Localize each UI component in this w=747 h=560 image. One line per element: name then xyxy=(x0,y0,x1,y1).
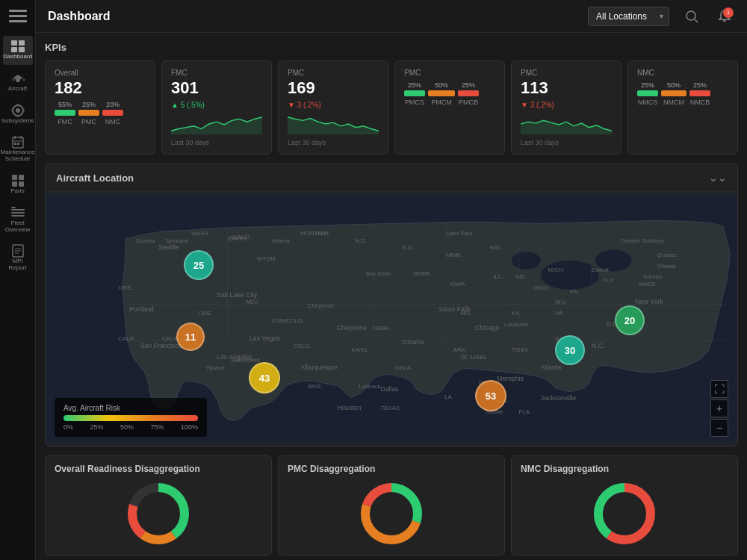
sidebar-item-parts[interactable]: Parts xyxy=(3,170,33,199)
location-wrapper: All Locations East Coast West Coast Cent… xyxy=(588,7,669,26)
sidebar-label-fleet: Fleet Overview xyxy=(5,220,30,234)
svg-text:OKLA.: OKLA. xyxy=(395,364,412,371)
sidebar-label-aircraft: Aircraft xyxy=(8,86,27,93)
svg-text:New York: New York xyxy=(636,299,664,306)
map-zoom-out-btn[interactable]: − xyxy=(710,419,728,437)
cluster-30[interactable]: 30 xyxy=(555,335,585,365)
sidebar-item-fleet[interactable]: Fleet Overview xyxy=(3,202,33,238)
map-legend: Avg. Aircraft Risk 0% 25% 50% 75% 100% xyxy=(55,398,207,437)
svg-text:IDAHO: IDAHO xyxy=(232,234,250,240)
svg-rect-24 xyxy=(11,212,25,214)
donut-pmc xyxy=(288,480,495,547)
cluster-43[interactable]: 43 xyxy=(249,362,280,393)
svg-point-8 xyxy=(16,108,20,113)
svg-text:ILL.: ILL. xyxy=(493,273,503,280)
sidebar-item-mpi[interactable]: MPi Report xyxy=(3,240,33,276)
svg-text:KANS.: KANS. xyxy=(351,346,368,353)
donut-overall xyxy=(55,480,262,547)
svg-text:Jacksonville: Jacksonville xyxy=(541,394,576,402)
svg-rect-4 xyxy=(19,40,25,46)
kpi-card-nmc-bars: NMC 25% NMCS 50% NMCM xyxy=(627,60,738,155)
svg-rect-22 xyxy=(19,181,24,187)
svg-text:Toronto: Toronto xyxy=(642,273,662,280)
svg-text:VA.: VA. xyxy=(555,310,564,317)
svg-text:N.Y.: N.Y. xyxy=(604,277,614,284)
cluster-53[interactable]: 53 xyxy=(475,380,506,411)
map-header: Aircraft Location ⌄⌄ xyxy=(46,164,737,192)
sidebar-item-dashboard[interactable]: Dashboard xyxy=(3,36,33,65)
bottom-grid: Overall Readiness Disaggregation PMC Dis… xyxy=(45,455,738,556)
svg-text:Dallas: Dallas xyxy=(380,385,399,393)
svg-marker-34 xyxy=(171,117,262,134)
svg-rect-20 xyxy=(19,175,24,180)
main-content: Dashboard All Locations East Coast West … xyxy=(36,0,747,560)
dashboard-icon xyxy=(10,40,25,52)
svg-text:Albuquerque: Albuquerque xyxy=(300,364,338,371)
kpi-grid: Overall 182 55% FMC 25% PMC xyxy=(45,60,738,155)
kpi-card-pmc1: PMC 169 ▼ 3 (.2%) Last 30 days xyxy=(278,60,388,155)
svg-text:San Francisco: San Francisco xyxy=(140,342,182,349)
svg-text:Las Vegas: Las Vegas xyxy=(249,335,281,342)
content-area: KPIs Overall 182 55% FMC 25% xyxy=(36,33,747,560)
location-select[interactable]: All Locations East Coast West Coast Cent… xyxy=(588,7,669,26)
sidebar-item-aircraft[interactable]: Aircraft xyxy=(3,68,33,97)
sidebar-label-dashboard: Dashboard xyxy=(3,54,32,60)
svg-line-32 xyxy=(695,19,698,22)
bottom-card-overall: Overall Readiness Disaggregation xyxy=(45,455,272,556)
map-fullscreen-btn[interactable]: ⛶ xyxy=(710,380,728,398)
map-zoom-in-btn[interactable]: + xyxy=(710,399,728,417)
kpi-sparkline-pmc1 xyxy=(288,113,379,134)
svg-rect-6 xyxy=(19,47,25,52)
svg-text:COLO.: COLO. xyxy=(293,343,311,349)
svg-text:Detroit: Detroit xyxy=(592,267,610,273)
svg-text:KY.: KY. xyxy=(512,310,521,317)
kpis-section: KPIs Overall 182 55% FMC 25% xyxy=(45,42,738,155)
svg-text:MINN.: MINN. xyxy=(446,252,462,258)
map-title: Aircraft Location xyxy=(56,172,134,184)
svg-text:Houston: Houston xyxy=(337,404,362,411)
svg-text:Tijuana: Tijuana xyxy=(205,364,225,371)
svg-text:Spokane: Spokane xyxy=(166,237,189,244)
sidebar-label-subsystems: Subsystems xyxy=(1,118,34,125)
sidebar-label-parts: Parts xyxy=(10,188,25,195)
sidebar-item-subsystems[interactable]: Subsystems xyxy=(3,100,33,129)
svg-text:OHIO: OHIO xyxy=(533,284,548,291)
svg-rect-3 xyxy=(11,40,17,46)
cluster-25[interactable]: 25 xyxy=(184,250,214,280)
bottom-card-title-nmc: NMC Disaggregation xyxy=(521,464,728,474)
kpi-card-overall: Overall 182 55% FMC 25% PMC xyxy=(45,60,155,155)
map-container: Seattle Portland San Francisco Salt Lake… xyxy=(46,192,737,446)
svg-text:Helena: Helena xyxy=(271,237,290,244)
svg-text:MASS.: MASS. xyxy=(639,281,657,287)
svg-rect-1 xyxy=(9,15,27,17)
sidebar: Dashboard Aircraft Subsystems xyxy=(0,0,36,560)
kpi-bar-pmc: 25% PMC xyxy=(78,101,99,125)
svg-text:TENN.: TENN. xyxy=(512,346,529,353)
kpi-days-fmc: Last 30 days xyxy=(171,139,262,146)
svg-text:Chicago: Chicago xyxy=(475,324,499,332)
svg-rect-23 xyxy=(11,209,25,211)
report-icon xyxy=(10,245,25,257)
svg-text:Salt Lake City: Salt Lake City xyxy=(217,291,258,299)
kpi-bar-nmc: 20% NMC xyxy=(102,101,123,125)
svg-text:ORE.: ORE. xyxy=(199,310,213,317)
search-icon[interactable] xyxy=(681,6,702,27)
cluster-20[interactable]: 20 xyxy=(615,305,645,335)
svg-text:IND.: IND. xyxy=(515,273,527,280)
notification-icon[interactable]: 1 xyxy=(714,6,735,27)
svg-text:ARK.: ARK. xyxy=(453,346,467,353)
svg-text:Portland: Portland xyxy=(129,305,154,313)
bottom-card-title-overall: Overall Readiness Disaggregation xyxy=(55,464,262,474)
svg-marker-35 xyxy=(288,117,379,134)
svg-text:Lubbock: Lubbock xyxy=(359,383,381,390)
svg-text:NEV.: NEV. xyxy=(246,299,258,306)
map-section: Aircraft Location ⌄⌄ xyxy=(45,164,738,447)
svg-text:Bakersfield: Bakersfield xyxy=(232,357,261,364)
svg-text:Eureka: Eureka xyxy=(137,237,155,244)
map-expand-icon[interactable]: ⌄⌄ xyxy=(709,172,727,184)
svg-rect-2 xyxy=(9,20,27,22)
sidebar-item-maintenance[interactable]: Maintenance Schedule xyxy=(3,131,33,167)
svg-rect-0 xyxy=(9,10,27,12)
cluster-11[interactable]: 11 xyxy=(176,323,205,351)
svg-text:CALIF.: CALIF. xyxy=(118,335,135,342)
